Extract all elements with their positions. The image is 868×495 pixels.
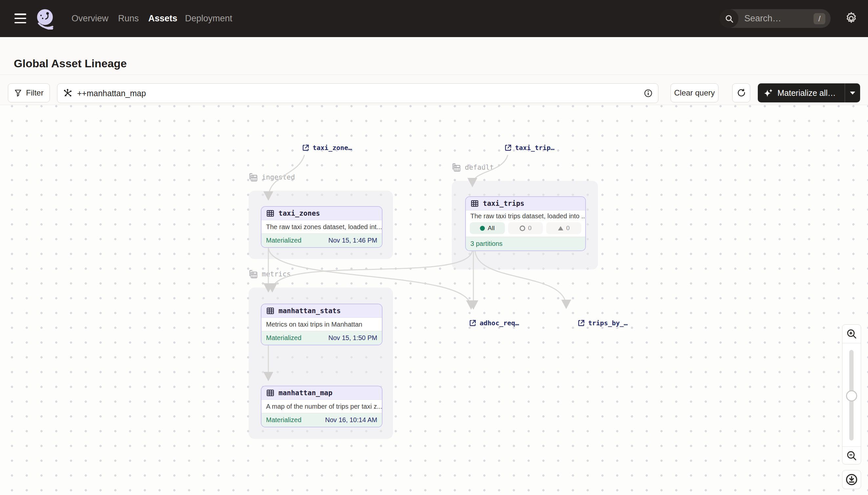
asset-description: The raw taxi zones dataset, loaded int..…: [262, 220, 382, 233]
search-placeholder: Search…: [744, 14, 814, 24]
asset-node-manhattan-stats[interactable]: manhattan_stats Metrics on taxi trips in…: [261, 304, 383, 345]
external-link-icon: [302, 144, 310, 152]
asset-node-manhattan-map[interactable]: manhattan_map A map of the number of tri…: [261, 386, 383, 427]
search-icon: [720, 9, 739, 28]
group-table-icon: [452, 163, 462, 172]
zoom-out-button[interactable]: [843, 446, 861, 464]
group-label-metrics[interactable]: metrics: [249, 269, 291, 279]
group-table-icon: [249, 269, 259, 279]
partitions-failed-pill[interactable]: 0: [508, 222, 543, 234]
asset-node-taxi-trips[interactable]: taxi_trips The raw taxi trips dataset, l…: [465, 196, 586, 251]
external-link-icon: [504, 144, 512, 152]
group-label-ingested[interactable]: ingested: [249, 172, 295, 182]
asset-title: taxi_trips: [483, 200, 524, 207]
graph-query-icon: [63, 88, 72, 98]
asset-node-taxi-zones[interactable]: taxi_zones The raw taxi zones dataset, l…: [261, 206, 383, 248]
table-icon: [266, 389, 274, 397]
external-asset-adhoc-request[interactable]: adhoc_req…: [469, 319, 519, 327]
triangle-icon: [558, 226, 563, 231]
asset-title: manhattan_map: [279, 389, 332, 397]
nav-link-assets[interactable]: Assets: [148, 0, 177, 37]
external-asset-taxi-zone[interactable]: taxi_zone…: [302, 144, 352, 152]
refresh-icon: [737, 89, 746, 97]
asset-query-value: ++manhattan_map: [77, 89, 644, 98]
table-icon: [266, 209, 274, 218]
materialization-timestamp: Nov 16, 10:14 AM: [325, 416, 377, 424]
external-asset-taxi-trip[interactable]: taxi_trip…: [504, 144, 554, 152]
page-header: Global Asset Lineage Reload definitions: [0, 37, 868, 75]
dagster-logo-icon[interactable]: [35, 8, 56, 30]
asset-query-input[interactable]: ++manhattan_map: [57, 83, 658, 103]
partitions-summary: 3 partitions: [471, 240, 502, 248]
status-badge: Materialized: [266, 416, 301, 424]
asset-description: A map of the number of trips per taxi z.…: [262, 400, 382, 413]
materialize-split-button: Materialize all…: [758, 83, 860, 102]
refresh-graph-button[interactable]: [732, 83, 750, 102]
download-graph-button[interactable]: [842, 470, 861, 489]
funnel-icon: [14, 89, 22, 97]
zoom-slider[interactable]: [843, 343, 861, 447]
lineage-graph-pane[interactable]: ingested default metrics taxi_zone…: [0, 105, 868, 495]
group-label-default[interactable]: default: [452, 163, 494, 172]
download-icon: [845, 473, 858, 486]
filled-circle-icon: [480, 226, 485, 231]
edge-layer: [0, 105, 868, 495]
ring-icon: [520, 225, 525, 231]
nav-link-runs[interactable]: Runs: [118, 0, 139, 37]
partitions-materialized-pill[interactable]: All: [470, 222, 505, 234]
external-link-icon: [577, 319, 585, 327]
clear-query-button[interactable]: Clear query: [671, 83, 719, 102]
status-badge: Materialized: [266, 237, 301, 244]
table-icon: [471, 199, 479, 208]
zoom-in-icon: [846, 328, 857, 339]
asset-title: taxi_zones: [279, 209, 320, 217]
asset-description: Metrics on taxi trips in Manhattan: [262, 318, 382, 331]
materialize-options-button[interactable]: [845, 83, 860, 102]
materialize-all-button[interactable]: Materialize all…: [758, 83, 845, 102]
sparkle-icon: [764, 88, 774, 98]
partitions-missing-pill[interactable]: 0: [546, 222, 581, 234]
asset-description: The raw taxi trips dataset, loaded into …: [466, 210, 585, 222]
status-badge: Materialized: [266, 334, 301, 342]
zoom-in-button[interactable]: [843, 325, 861, 343]
filter-button[interactable]: Filter: [8, 83, 50, 102]
external-link-icon: [469, 319, 477, 327]
gear-icon[interactable]: [844, 11, 859, 26]
search-input[interactable]: Search… /: [720, 9, 831, 28]
group-table-icon: [249, 172, 259, 182]
menu-icon[interactable]: [14, 14, 26, 23]
zoom-control-panel: [842, 324, 861, 464]
nav-link-overview[interactable]: Overview: [72, 0, 109, 37]
chevron-down-icon: [850, 91, 855, 95]
zoom-slider-thumb[interactable]: [846, 390, 857, 402]
materialization-timestamp: Nov 15, 1:50 PM: [329, 334, 377, 342]
partition-health-row: All 0 0: [466, 222, 585, 237]
top-nav: Overview Runs Assets Deployment Search… …: [0, 0, 868, 37]
search-shortcut-badge: /: [814, 13, 825, 24]
asset-title: manhattan_stats: [279, 307, 341, 315]
table-icon: [266, 307, 274, 315]
materialization-timestamp: Nov 15, 1:46 PM: [329, 237, 377, 244]
info-icon[interactable]: [644, 89, 653, 98]
zoom-out-icon: [846, 450, 857, 461]
external-asset-trips-by-week[interactable]: trips_by_…: [577, 319, 627, 327]
nav-link-deployment[interactable]: Deployment: [185, 0, 232, 37]
lineage-toolbar: Filter ++manhattan_map Clear query: [0, 75, 868, 105]
